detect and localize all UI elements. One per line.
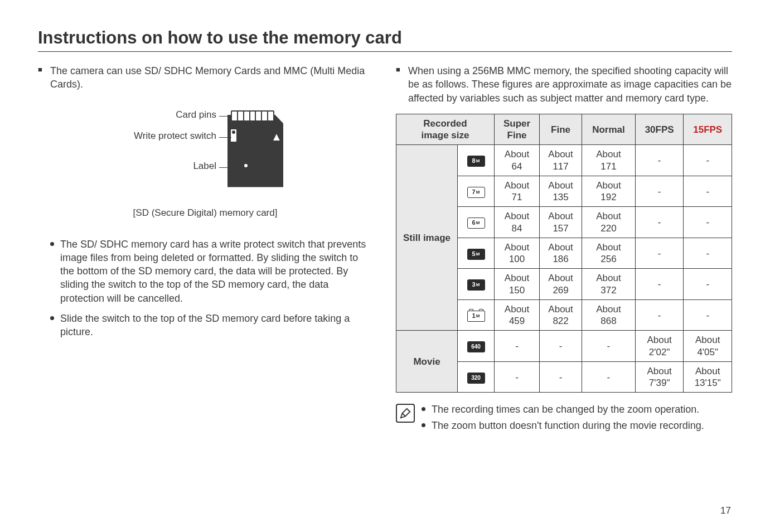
right-intro: When using a 256MB MMC memory, the speci… <box>396 64 732 105</box>
cell: About372 <box>582 269 635 300</box>
cell: About150 <box>495 269 540 300</box>
cell: - <box>684 207 732 238</box>
size-5m-icon: 5M <box>467 249 485 260</box>
left-bullet-2: Slide the switch to the top of the SD me… <box>50 312 372 339</box>
cell: About64 <box>495 145 540 176</box>
cell: - <box>635 269 684 300</box>
label-card-pins: Card pins <box>94 109 216 120</box>
sd-card-pins-graphic <box>231 110 274 122</box>
size-7m-icon: 7M <box>467 187 485 198</box>
cell: About100 <box>495 238 540 269</box>
sd-card-body <box>227 115 283 187</box>
cell: - <box>495 361 540 393</box>
title-rule <box>38 51 732 52</box>
cell: About868 <box>582 299 635 331</box>
sd-write-protect-graphic <box>231 129 236 142</box>
cell: About171 <box>582 145 635 176</box>
size-3m-icon: 3M <box>467 279 485 291</box>
size-1m-icon: 1M <box>467 311 485 322</box>
note-pencil-icon <box>396 404 415 423</box>
cell: - <box>540 361 582 393</box>
th-fine: Fine <box>540 114 582 145</box>
leader-line <box>219 116 231 117</box>
cell: - <box>684 145 732 176</box>
th-normal: Normal <box>582 114 635 145</box>
cell: About192 <box>582 176 635 207</box>
cell: - <box>635 299 684 331</box>
cell: - <box>635 207 684 238</box>
diagram-caption: [SD (Secure Digital) memory card] <box>38 207 372 219</box>
page-number: 17 <box>720 505 731 516</box>
capacity-table: Recordedimage size SuperFine Fine Normal… <box>396 114 732 393</box>
cell: About13'15" <box>684 361 732 393</box>
cell: About84 <box>495 207 540 238</box>
cell: - <box>495 331 540 362</box>
cell: - <box>635 145 684 176</box>
cell: About822 <box>540 299 582 331</box>
cell: - <box>582 361 635 393</box>
table-row: Movie 640 - - - About2'02" About4'05" <box>396 331 732 362</box>
leader-line <box>219 137 231 138</box>
cell: About459 <box>495 299 540 331</box>
cell: - <box>582 331 635 362</box>
note-1: The recording times can be changed by th… <box>422 403 704 416</box>
size-640-icon: 640 <box>467 341 485 352</box>
cell: - <box>635 176 684 207</box>
cell: About2'02" <box>635 331 684 362</box>
label-write-protect: Write protect switch <box>94 130 216 142</box>
size-320-icon: 320 <box>467 373 485 384</box>
cell: - <box>684 238 732 269</box>
th-recorded-size: Recordedimage size <box>396 114 495 145</box>
left-intro: The camera can use SD/ SDHC Memory Cards… <box>38 64 372 91</box>
th-15fps: 15FPS <box>684 114 732 145</box>
leader-line <box>219 167 244 168</box>
cell: About269 <box>540 269 582 300</box>
cell: About157 <box>540 207 582 238</box>
cell: About71 <box>495 176 540 207</box>
cell: - <box>684 176 732 207</box>
cell: About7'39" <box>635 361 684 393</box>
cell: - <box>540 331 582 362</box>
th-super-fine: SuperFine <box>495 114 540 145</box>
sd-arrow-icon: ▲ <box>271 130 282 143</box>
left-bullet-1: The SD/ SDHC memory card has a write pro… <box>50 238 372 305</box>
cell: About135 <box>540 176 582 207</box>
size-6m-icon: 6M <box>467 217 485 229</box>
label-sd-label: Label <box>94 161 216 172</box>
cell: About256 <box>582 238 635 269</box>
cell: - <box>684 269 732 300</box>
cell: About117 <box>540 145 582 176</box>
size-8m-icon: 8M <box>467 156 485 167</box>
note-2: The zoom button doesn't function during … <box>422 419 704 432</box>
th-30fps: 30FPS <box>635 114 684 145</box>
cell: About186 <box>540 238 582 269</box>
cell: - <box>635 238 684 269</box>
cell: About4'05" <box>684 331 732 362</box>
row-head-still: Still image <box>396 145 458 331</box>
page-title: Instructions on how to use the memory ca… <box>38 28 732 48</box>
sd-card-diagram: ▲ Card pins Write protect switch Label <box>94 108 317 197</box>
row-head-movie: Movie <box>396 331 458 393</box>
table-row: Still image 8M About64 About117 About171… <box>396 145 732 176</box>
sd-label-dot <box>244 164 248 167</box>
cell: About220 <box>582 207 635 238</box>
cell: - <box>684 299 732 331</box>
